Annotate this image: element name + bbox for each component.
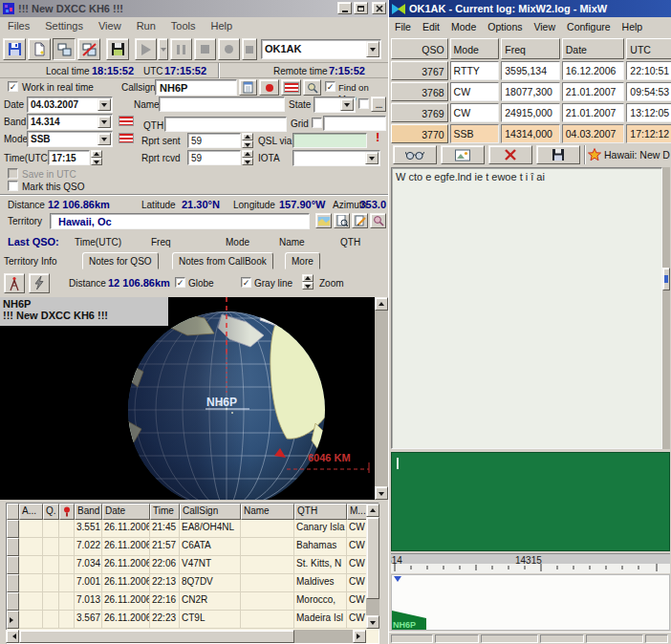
grid-row-current[interactable]: 3770 SSB 14314,000 04.03.2007 17:12:12 [391,124,671,143]
grid-header-mode[interactable]: Mode [450,38,500,59]
rx-pane[interactable]: W cto e egfe.lnd ie t ewoe t i î ai [391,167,662,449]
row-selector[interactable] [7,520,19,538]
save-qso-button[interactable] [536,145,580,164]
dxcc-button[interactable] [281,79,301,96]
mark-this-qso-checkbox[interactable] [8,181,18,191]
iota-combo[interactable] [292,150,380,166]
menu-edit[interactable]: Edit [417,17,445,38]
territory-edit-button[interactable] [352,213,368,228]
menu-help[interactable]: Help [617,17,649,38]
close-button[interactable] [372,2,386,14]
rprt-sent-field[interactable]: 59 [187,133,241,148]
mode-combo[interactable]: SSB [27,131,113,147]
tab-notes-from-callbook[interactable]: Notes from CallBook [172,252,273,269]
header-pin[interactable] [59,504,75,520]
alert-exclamation-icon[interactable] [376,130,379,144]
vscroll-thumb[interactable] [366,517,379,599]
callsign-combo-dropdown[interactable] [366,41,379,57]
menu-tools[interactable]: Tools [163,17,204,36]
territory-preview-button[interactable] [334,213,350,228]
vscroll-down-button[interactable] [366,615,379,629]
grid-field[interactable] [323,116,386,131]
menu-help[interactable]: Help [204,17,241,36]
band-dropdown[interactable] [97,116,111,128]
maximize-button[interactable] [354,2,368,14]
tab-territory-info[interactable]: Territory Info [4,256,57,267]
grid-row[interactable]: 3769 CW 24915,000 21.01.2007 13:12:05 [391,103,671,122]
hscroll-thumb[interactable] [19,630,294,643]
record-button[interactable] [218,38,240,60]
antenna-button[interactable] [4,273,25,293]
header-qth[interactable]: QTH [294,504,347,520]
time-spinner[interactable] [91,150,102,165]
browse-log-button[interactable] [393,145,437,164]
header-time[interactable]: Time [150,504,180,520]
menu-configure[interactable]: Configure [561,17,617,38]
grid-header-qso[interactable]: QSO [391,38,448,59]
log-table-hscrollbar[interactable] [6,630,366,643]
play-dropdown-button[interactable] [158,38,168,60]
rx-scrollbar[interactable] [662,167,670,449]
grid-row[interactable]: 3768 CW 18077,300 21.01.2007 09:54:53 [391,82,671,101]
rprt-rcvd-spinner[interactable] [242,150,253,165]
state-checkbox[interactable] [358,98,369,109]
log-table-vscrollbar[interactable] [366,504,379,629]
vscroll-up-button[interactable] [366,504,379,517]
callsign-combo[interactable]: OK1AK [261,39,381,59]
tx-pane[interactable] [391,452,670,551]
state-dropdown[interactable] [340,98,354,111]
stop-2-button[interactable] [242,38,257,60]
frequency-scale[interactable]: 14314 14315 [391,553,670,573]
minimize-button[interactable] [337,2,352,14]
table-row[interactable]: 7.013 26.11.2006 22:16 CN2R Morocco, CW [7,592,379,611]
grid-row[interactable]: 3767 RTTY 3595,134 16.12.2006 22:10:51 [391,61,671,80]
territory-search-button[interactable] [370,213,386,228]
header-callsign[interactable]: CallSign [180,504,241,520]
menu-view[interactable]: View [91,17,129,36]
save-in-utc-checkbox[interactable] [8,168,18,179]
iota-dropdown[interactable] [365,152,379,164]
header-mode[interactable]: M... [347,504,367,520]
time-utc-field[interactable]: 17:15 [48,150,90,165]
find-on-map-checkbox[interactable] [325,81,336,92]
territory-map-button[interactable] [315,213,332,228]
zoom-spinner[interactable] [302,274,314,290]
callsign-field[interactable]: NH6P [155,79,237,96]
table-row[interactable]: 7.022 26.11.2006 21:57 C6ATA Bahamas CW [7,538,379,556]
globe-scroll-up-button[interactable] [375,297,388,311]
rx-scroll-thumb[interactable] [662,268,670,290]
menu-run[interactable]: Run [129,17,163,36]
pause-button[interactable] [170,38,192,60]
grid-checkbox[interactable] [312,118,322,128]
grid-header-utc[interactable]: UTC [626,38,671,59]
callbook-page-button[interactable] [441,145,485,164]
menu-options[interactable]: Options [482,17,528,38]
qsl-via-field[interactable] [292,133,367,148]
date-combo[interactable]: 04.03.2007 [27,97,113,113]
hscroll-left-button[interactable] [6,630,19,643]
menu-settings[interactable]: Settings [37,17,91,36]
table-row[interactable]: 7.034 26.11.2006 22:06 V47NT St. Kitts, … [7,556,379,574]
window-split-off-button[interactable] [77,38,100,60]
date-dropdown[interactable] [97,98,111,111]
menu-file[interactable]: File [389,17,417,38]
header-a[interactable]: A... [19,504,43,520]
table-row[interactable]: 7.001 26.11.2006 22:13 8Q7DV Maldives CW [7,574,379,592]
hscroll-right-button[interactable] [353,630,366,643]
row-selector[interactable] [7,574,19,592]
row-selector[interactable] [7,538,19,556]
delete-qso-button[interactable] [488,145,532,164]
save-log-button[interactable] [106,38,129,60]
callbook-button[interactable] [239,79,257,96]
save-button[interactable] [3,38,26,60]
rprt-sent-spinner[interactable] [242,133,253,148]
record-qso-button[interactable] [259,79,279,96]
menu-mode[interactable]: Mode [445,17,482,38]
lightning-button[interactable] [29,273,50,293]
menu-files[interactable]: Files [0,17,37,36]
window-layout-button[interactable] [53,38,76,60]
work-in-real-time-checkbox[interactable] [8,81,18,92]
waterfall-display[interactable]: NH6P [391,574,670,631]
gray-line-checkbox[interactable] [241,277,251,288]
qth-field[interactable] [164,117,287,132]
